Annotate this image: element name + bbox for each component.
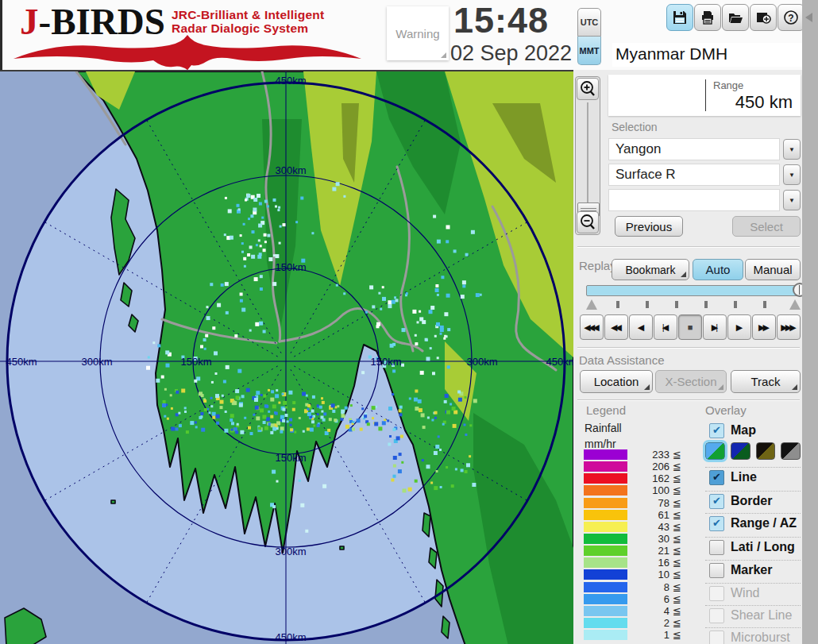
- map-style-gray-button[interactable]: [781, 442, 801, 460]
- jbirds-logo: J-BIRDS JRC-Brilliant & Intelligent Rada…: [9, 2, 376, 68]
- eagle-logo-icon: [9, 33, 374, 70]
- step-back-button[interactable]: |◀: [654, 314, 677, 340]
- legend-level-row: 100≦: [584, 485, 695, 497]
- map-checkbox[interactable]: ✔: [709, 423, 724, 438]
- print-button[interactable]: [694, 4, 721, 31]
- overlay-item-border[interactable]: ✔ Border: [705, 491, 801, 511]
- app-window: J-BIRDS JRC-Brilliant & Intelligent Rada…: [0, 0, 802, 644]
- legend-color-swatch: [584, 546, 627, 556]
- station-dropdown-value[interactable]: Yangon: [608, 138, 780, 160]
- range-az-checkbox[interactable]: ✔: [709, 516, 724, 531]
- chevron-down-icon[interactable]: ▼: [783, 164, 801, 185]
- overlay-item-line[interactable]: ✔ Line: [705, 467, 801, 487]
- wind-checkbox[interactable]: ✔: [709, 586, 724, 601]
- help-button[interactable]: ?: [777, 4, 804, 31]
- save-button[interactable]: [666, 4, 693, 31]
- overlay-item-map[interactable]: ✔ Map: [705, 421, 801, 440]
- overlay-item-lati-long[interactable]: ✔ Lati / Long: [705, 537, 801, 557]
- location-button-label: Location: [594, 375, 639, 388]
- rewind-fast-button[interactable]: ◀◀◀: [580, 314, 604, 340]
- overlay-item-label: Microburst: [731, 631, 790, 644]
- replay-slider[interactable]: [586, 285, 801, 296]
- legend-operator: ≦: [673, 617, 681, 629]
- chevron-down-icon[interactable]: ▼: [783, 139, 801, 160]
- legend-level-row: 8≦: [584, 582, 695, 594]
- play-button[interactable]: ▶: [727, 314, 751, 340]
- track-button[interactable]: Track: [731, 370, 801, 393]
- overlay-item-shear-line[interactable]: ✔ Shear Line: [705, 605, 801, 625]
- legend-operator: ≦: [673, 497, 681, 509]
- zoom-slider-track[interactable]: [587, 102, 588, 202]
- legend-value: 6: [631, 593, 669, 605]
- x-section-button[interactable]: X-Section: [655, 370, 727, 393]
- chevron-down-icon[interactable]: ▼: [783, 190, 801, 210]
- legend-value: 21: [631, 545, 669, 557]
- location-button[interactable]: Location: [580, 370, 653, 393]
- legend-operator: ≦: [673, 472, 681, 484]
- warning-indicator[interactable]: Warning: [387, 6, 449, 60]
- bookmark-button[interactable]: Bookmark: [612, 259, 689, 280]
- svg-text:300km: 300km: [466, 356, 497, 368]
- auto-button[interactable]: Auto: [693, 259, 743, 280]
- stop-button[interactable]: ■: [678, 314, 702, 340]
- legend-color-swatch: [584, 582, 627, 592]
- manual-button[interactable]: Manual: [745, 259, 801, 280]
- overlay-item-label: Marker: [731, 563, 772, 577]
- map-style-terrain-button[interactable]: [705, 442, 725, 460]
- range-label: Range: [713, 79, 743, 91]
- marker-checkbox[interactable]: ✔: [709, 563, 724, 578]
- legend-color-swatch: [584, 510, 627, 520]
- svg-text:150km: 150km: [275, 261, 306, 273]
- separator: [577, 347, 800, 348]
- legend-operator: ≦: [673, 569, 681, 580]
- map-style-olive-button[interactable]: [756, 442, 776, 460]
- play-reverse-button[interactable]: ◀: [629, 314, 653, 340]
- add-image-button[interactable]: [750, 4, 777, 31]
- map-style-dark-button[interactable]: [731, 442, 750, 460]
- border-checkbox[interactable]: ✔: [709, 494, 724, 509]
- mmt-button[interactable]: MMT: [577, 37, 601, 65]
- legend-color-swatch: [584, 630, 627, 640]
- product-dropdown-value[interactable]: Surface R: [608, 164, 780, 186]
- legend-value: 2: [631, 617, 669, 629]
- rewind-button[interactable]: ◀◀: [604, 314, 628, 340]
- menu-corner-indicator: [681, 272, 686, 277]
- microburst-checkbox[interactable]: ✔: [709, 631, 724, 644]
- forward-button[interactable]: ▶▶: [752, 314, 776, 340]
- select-button[interactable]: Select: [732, 216, 801, 237]
- svg-text:300km: 300km: [275, 546, 306, 557]
- svg-text:450km: 450km: [6, 356, 37, 368]
- legend-value: 61: [631, 509, 669, 521]
- overlay-item-wind[interactable]: ✔ Wind: [705, 583, 801, 603]
- legend-unit-line1: Rainfall: [585, 420, 622, 436]
- lati-long-checkbox[interactable]: ✔: [709, 540, 724, 555]
- legend-value: 162: [631, 472, 669, 484]
- previous-button[interactable]: Previous: [615, 216, 683, 237]
- option-dropdown-value[interactable]: [608, 189, 780, 211]
- radar-map[interactable]: 450km 300km 150km 150km 300km 450km 450k…: [0, 70, 573, 644]
- clock-time: 15:48: [453, 0, 549, 41]
- utc-button[interactable]: UTC: [577, 8, 601, 37]
- collapse-panel-icon[interactable]: [805, 13, 812, 22]
- legend-level-row: 1≦: [584, 630, 695, 642]
- open-folder-button[interactable]: [722, 4, 749, 31]
- slider-end-marker[interactable]: [789, 299, 801, 310]
- forward-fast-button[interactable]: ▶▶▶: [777, 314, 801, 340]
- line-checkbox[interactable]: ✔: [709, 470, 724, 485]
- legend-operator: ≦: [673, 533, 681, 545]
- shear-line-checkbox[interactable]: ✔: [709, 608, 724, 623]
- legend-color-swatch: [584, 461, 627, 472]
- overlay-item-marker[interactable]: ✔ Marker: [705, 560, 801, 580]
- side-gutter: [802, 0, 818, 644]
- overlay-item-range-az[interactable]: ✔ Range / AZ: [705, 513, 801, 533]
- svg-text:150km: 150km: [370, 356, 401, 368]
- legend-level-row: 43≦: [584, 522, 695, 534]
- overlay-item-label: Range / AZ: [731, 516, 797, 530]
- overlay-label: Overlay: [705, 403, 747, 417]
- slider-start-marker[interactable]: [586, 299, 597, 310]
- zoom-in-button[interactable]: [577, 78, 599, 100]
- step-forward-button[interactable]: ▶|: [703, 314, 727, 340]
- zoom-out-button[interactable]: [577, 211, 599, 233]
- legend-color-swatch: [584, 557, 627, 568]
- overlay-item-microburst[interactable]: ✔ Microburst: [705, 627, 801, 644]
